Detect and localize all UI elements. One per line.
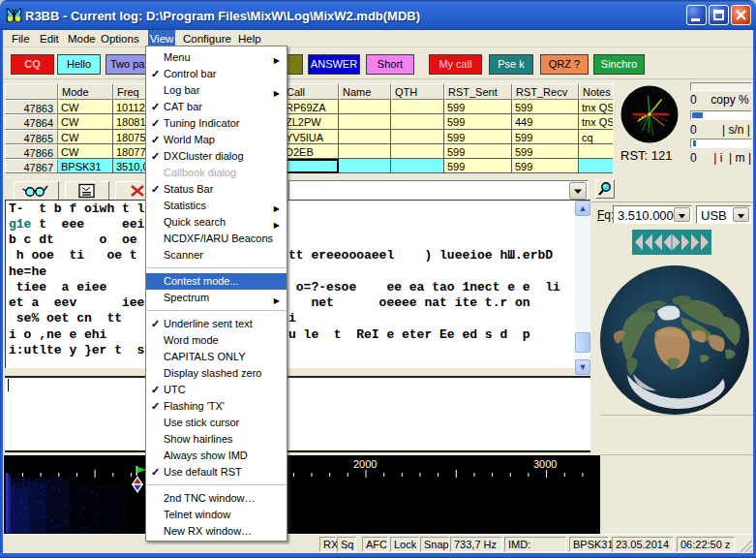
- svg-text:2000: 2000: [353, 458, 377, 470]
- svg-text:3000: 3000: [533, 458, 557, 470]
